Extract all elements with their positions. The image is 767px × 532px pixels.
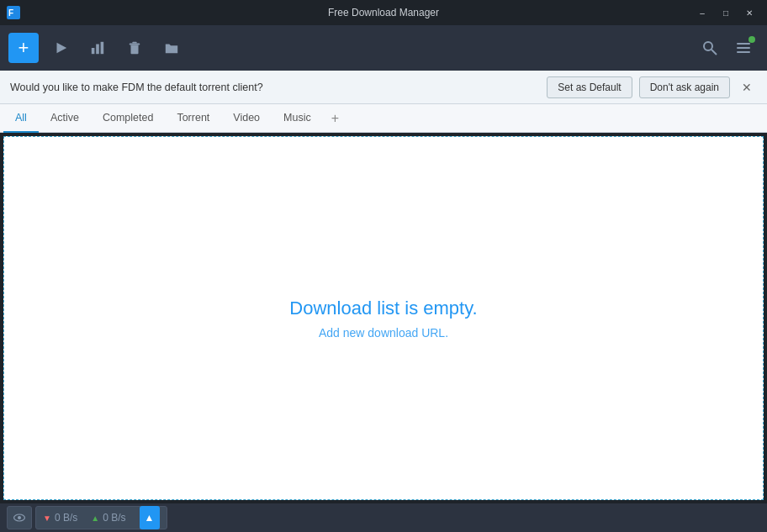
search-icon	[701, 40, 718, 56]
svg-marker-2	[57, 43, 67, 54]
minimize-button[interactable]: –	[691, 4, 713, 21]
svg-rect-13	[737, 51, 750, 53]
svg-text:F: F	[8, 8, 13, 18]
add-tab-button[interactable]: +	[323, 104, 347, 133]
empty-title: Download list is empty.	[289, 298, 477, 319]
stats-icon	[90, 40, 105, 55]
search-button[interactable]	[695, 33, 725, 63]
app-icon: F	[7, 6, 20, 19]
svg-point-9	[704, 42, 712, 50]
svg-rect-11	[737, 43, 750, 45]
upload-speed-value: 0 B/s	[103, 512, 125, 524]
download-list-area: Download list is empty. Add new download…	[3, 136, 764, 500]
tab-music[interactable]: Music	[272, 104, 323, 133]
tab-music-label: Music	[283, 112, 311, 124]
speed-section: ▼ 0 B/s ▲ 0 B/s ▲	[35, 506, 167, 529]
set-default-button[interactable]: Set as Default	[547, 76, 632, 98]
resume-icon	[53, 40, 68, 55]
toolbar-right	[695, 33, 759, 63]
svg-rect-4	[96, 45, 99, 55]
tab-video[interactable]: Video	[221, 104, 272, 133]
title-bar: F Free Download Manager – □ ✕	[0, 0, 767, 25]
tab-completed-label: Completed	[103, 112, 153, 124]
maximize-button[interactable]: □	[715, 4, 737, 21]
svg-rect-8	[132, 42, 136, 44]
plus-icon: +	[19, 37, 29, 59]
download-arrow-icon: ▼	[43, 514, 51, 523]
svg-point-15	[18, 516, 21, 519]
svg-rect-7	[130, 44, 140, 45]
upload-speed: ▲ 0 B/s	[91, 512, 125, 524]
notification-text: Would you like to make FDM the default t…	[10, 82, 540, 93]
tab-all[interactable]: All	[3, 104, 39, 133]
add-download-button[interactable]: +	[8, 33, 39, 63]
svg-rect-12	[737, 47, 750, 49]
tab-torrent[interactable]: Torrent	[165, 104, 221, 133]
expand-icon: ▲	[145, 512, 155, 524]
svg-line-10	[711, 50, 717, 55]
empty-state: Download list is empty. Add new download…	[289, 298, 477, 340]
tab-video-label: Video	[233, 112, 260, 124]
tab-completed[interactable]: Completed	[91, 104, 165, 133]
eye-icon	[13, 511, 26, 524]
svg-rect-6	[131, 45, 139, 54]
status-bar: ▼ 0 B/s ▲ 0 B/s ▲	[0, 503, 767, 532]
notification-close-button[interactable]: ✕	[737, 77, 757, 97]
upload-arrow-icon: ▲	[91, 514, 99, 523]
notification-bar: Would you like to make FDM the default t…	[0, 71, 767, 104]
folder-icon	[164, 40, 179, 55]
expand-button[interactable]: ▲	[140, 506, 160, 529]
delete-button[interactable]	[119, 33, 150, 63]
download-speed-value: 0 B/s	[55, 512, 77, 524]
open-folder-button[interactable]	[156, 33, 187, 63]
tabs-bar: All Active Completed Torrent Video Music…	[0, 104, 767, 133]
window-controls: – □ ✕	[691, 4, 760, 21]
status-icon-button[interactable]	[7, 506, 32, 529]
close-button[interactable]: ✕	[738, 4, 760, 21]
dont-ask-button[interactable]: Don't ask again	[639, 76, 730, 98]
toolbar: +	[0, 25, 767, 71]
tab-all-label: All	[15, 112, 27, 124]
window-title: Free Download Manager	[328, 7, 439, 18]
trash-icon	[127, 40, 142, 55]
download-speed: ▼ 0 B/s	[43, 512, 77, 524]
tab-torrent-label: Torrent	[177, 112, 209, 124]
svg-rect-3	[92, 48, 95, 54]
tab-active-label: Active	[50, 112, 79, 124]
tab-active[interactable]: Active	[39, 104, 91, 133]
stats-button[interactable]	[82, 33, 113, 63]
svg-rect-5	[101, 42, 104, 54]
resume-button[interactable]	[45, 33, 76, 63]
notification-dot	[748, 36, 755, 43]
empty-subtitle[interactable]: Add new download URL.	[289, 326, 477, 340]
